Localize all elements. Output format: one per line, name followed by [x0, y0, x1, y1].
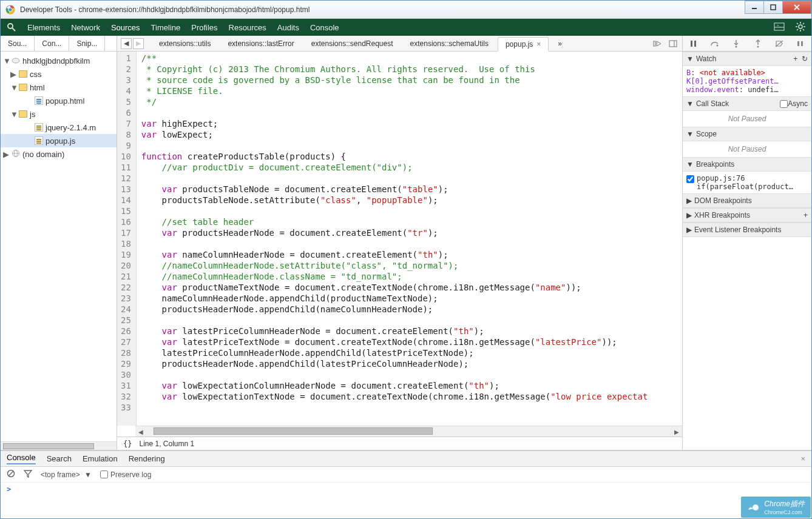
editor-tab[interactable]: extensions::schemaUtils [402, 36, 496, 51]
more-tabs[interactable]: » [550, 36, 570, 51]
tree-origin[interactable]: ▼hhdklgjbdndpbfkilm [1, 54, 117, 67]
svg-rect-29 [691, 41, 692, 47]
callstack-notpaused: Not Paused [683, 111, 811, 127]
tab-network[interactable]: Network [71, 23, 100, 32]
console-input[interactable]: > [1, 483, 811, 518]
svg-point-2 [8, 7, 12, 11]
tab-profiles[interactable]: Profiles [191, 23, 217, 32]
add-watch-icon[interactable]: + [793, 55, 797, 63]
window-titlebar: Developer Tools - chrome-extension://hhd… [1, 1, 811, 19]
svg-line-20 [797, 29, 798, 30]
step-out-icon[interactable] [753, 38, 763, 49]
nav-back-button[interactable]: ◀ [121, 38, 132, 49]
show-drawer-icon[interactable]: >_ [774, 22, 785, 33]
svg-point-12 [799, 25, 802, 28]
console-toolbar: <top frame> ▼ Preserve log [1, 467, 811, 483]
tab-resources[interactable]: Resources [229, 23, 266, 32]
line-gutter: 1234567891011121314151617181920212223242… [117, 52, 137, 426]
frame-selector[interactable]: <top frame> ▼ [41, 470, 92, 479]
step-over-icon[interactable] [709, 38, 720, 49]
sidebar-tab-content[interactable]: Con... [35, 36, 69, 51]
snail-icon [747, 501, 760, 513]
svg-point-33 [736, 45, 737, 47]
editor-hscroll[interactable]: ◀▶ [135, 426, 682, 437]
svg-line-17 [797, 23, 798, 24]
editor-status: {} Line 1, Column 1 [117, 437, 682, 450]
cursor-position: Line 1, Column 1 [139, 440, 194, 448]
refresh-watch-icon[interactable]: ↻ [802, 55, 808, 63]
filter-icon[interactable] [24, 469, 32, 480]
inspect-icon[interactable] [7, 22, 16, 32]
editor-tab[interactable]: extensions::utils [151, 36, 218, 51]
tree-folder-css[interactable]: ▶css [1, 67, 117, 81]
drawer-tab-console[interactable]: Console [7, 453, 36, 464]
scope-header[interactable]: ▼Scope [683, 127, 811, 141]
editor-tab[interactable]: extensions::sendRequest [303, 36, 401, 51]
folder-icon [19, 84, 27, 91]
xhr-bp-header[interactable]: ▶XHR Breakpoints+ [683, 208, 811, 223]
pause-icon[interactable] [688, 38, 699, 49]
folder-icon [19, 110, 27, 118]
tree-folder-html[interactable]: ▼html [1, 81, 117, 94]
svg-line-40 [8, 471, 13, 476]
svg-rect-4 [771, 5, 776, 10]
editor-pane: ◀ ▶ extensions::utils extensions::lastEr… [117, 36, 683, 450]
breakpoint-checkbox[interactable] [686, 175, 694, 183]
console-drawer: Console Search Emulation Rendering × <to… [1, 450, 811, 518]
settings-icon[interactable] [796, 22, 805, 33]
svg-point-42 [753, 504, 759, 511]
editor-tab[interactable]: extensions::lastError [220, 36, 302, 51]
sidebar-tab-snippets[interactable]: Snip... [69, 36, 105, 51]
svg-point-7 [8, 24, 13, 28]
editor-tab-active[interactable]: popup.js× [498, 37, 549, 52]
tab-elements[interactable]: Elements [27, 23, 60, 32]
js-file-icon [35, 136, 43, 145]
close-tab-icon[interactable]: × [536, 40, 541, 49]
drawer-close-icon[interactable]: × [800, 454, 805, 463]
toggle-sidebar-icon[interactable] [668, 38, 678, 49]
svg-point-35 [757, 45, 759, 47]
svg-rect-37 [797, 41, 799, 46]
add-xhr-bp-icon[interactable]: + [804, 211, 808, 219]
drawer-tab-rendering[interactable]: Rendering [129, 454, 165, 463]
tree-file-popup-js[interactable]: popup.js [1, 134, 117, 147]
minimize-button[interactable] [745, 1, 764, 14]
tree-file-jquery[interactable]: jquery-2.1.4.m [1, 121, 117, 134]
sidebar-tab-sources[interactable]: Sou... [1, 36, 35, 51]
breakpoint-row[interactable]: popup.js:76if(parseFloat(product… [683, 172, 811, 193]
preserve-log[interactable]: Preserve log [100, 470, 151, 479]
close-button[interactable] [782, 1, 811, 14]
sidebar-hscroll[interactable] [1, 441, 117, 450]
deactivate-bp-icon[interactable] [774, 38, 785, 49]
tab-audits[interactable]: Audits [277, 23, 299, 32]
tab-console[interactable]: Console [310, 23, 339, 32]
dom-bp-header[interactable]: ▶DOM Breakpoints [683, 193, 811, 208]
breakpoints-header[interactable]: ▼Breakpoints [683, 157, 811, 172]
step-into-icon[interactable] [731, 38, 742, 49]
code-content[interactable]: /** * Copyright (c) 2013 The Chromium Au… [137, 52, 682, 426]
tree-no-domain[interactable]: ▶(no domain) [1, 147, 117, 161]
callstack-header[interactable]: ▼Call Stack Async [683, 96, 811, 111]
tree-folder-js[interactable]: ▼js [1, 107, 117, 121]
drawer-tab-search[interactable]: Search [47, 454, 72, 463]
run-snippet-icon[interactable] [652, 38, 663, 49]
evt-bp-header[interactable]: ▶Event Listener Breakpoints [683, 223, 811, 237]
tab-timeline[interactable]: Timeline [151, 23, 181, 32]
devtools-toolbar: Elements Network Sources Timeline Profil… [1, 19, 811, 36]
pause-on-exceptions-icon[interactable] [795, 38, 806, 49]
clear-console-icon[interactable] [7, 469, 15, 480]
watch-header[interactable]: ▼Watch+ ↻ [683, 52, 811, 66]
preserve-log-checkbox[interactable] [100, 470, 108, 478]
braces-icon[interactable]: {} [123, 440, 132, 448]
drawer-tab-emulation[interactable]: Emulation [83, 454, 118, 463]
tab-sources[interactable]: Sources [111, 23, 140, 32]
nav-fwd-button[interactable]: ▶ [133, 38, 144, 49]
async-checkbox[interactable] [780, 100, 788, 108]
maximize-button[interactable] [763, 1, 783, 14]
svg-line-18 [803, 29, 804, 30]
code-editor[interactable]: 1234567891011121314151617181920212223242… [117, 52, 682, 426]
tree-file-popup-html[interactable]: popup.html [1, 94, 117, 107]
svg-marker-41 [24, 470, 32, 477]
svg-point-21 [12, 58, 19, 63]
svg-rect-38 [801, 41, 803, 46]
